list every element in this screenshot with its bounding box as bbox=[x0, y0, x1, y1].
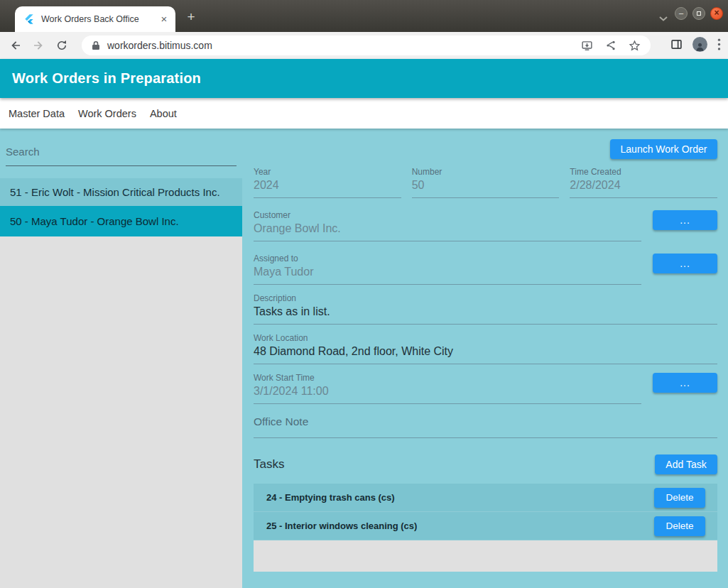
flutter-favicon-icon bbox=[23, 13, 35, 25]
add-task-button[interactable]: Add Task bbox=[655, 454, 717, 474]
chevron-down-icon[interactable] bbox=[658, 11, 668, 24]
office-note-field[interactable]: Office Note bbox=[254, 415, 717, 438]
time-created-value: 2/28/2024 bbox=[570, 179, 717, 197]
tab-close-icon[interactable]: × bbox=[158, 13, 170, 25]
office-note-placeholder: Office Note bbox=[254, 415, 717, 437]
work-order-list-item[interactable]: 51 - Eric Wolt - Mission Critical Produc… bbox=[0, 178, 242, 206]
time-created-label: Time Created bbox=[570, 167, 717, 177]
task-label: 25 - Interior windows cleaning (cs) bbox=[266, 521, 417, 531]
delete-task-button[interactable]: Delete bbox=[654, 488, 705, 508]
delete-task-button[interactable]: Delete bbox=[654, 516, 705, 536]
customer-value: Orange Bowl Inc. bbox=[254, 222, 641, 241]
list-empty-area bbox=[0, 236, 242, 588]
customer-picker-button[interactable]: ... bbox=[653, 210, 717, 230]
menu-item-master-data[interactable]: Master Data bbox=[9, 108, 65, 119]
share-icon[interactable] bbox=[605, 40, 616, 51]
work-location-field[interactable]: Work Location 48 Diamond Road, 2nd floor… bbox=[254, 333, 717, 364]
work-order-list-item-selected[interactable]: 50 - Maya Tudor - Orange Bowl Inc. bbox=[0, 206, 242, 236]
assigned-to-picker-button[interactable]: ... bbox=[653, 254, 717, 273]
url-text[interactable]: workorders.bitimus.com bbox=[107, 40, 574, 51]
work-order-list-panel: Search 51 - Eric Wolt - Mission Critical… bbox=[0, 129, 242, 588]
time-created-field: Time Created 2/28/2024 bbox=[570, 167, 717, 198]
search-field[interactable]: Search bbox=[0, 129, 242, 178]
task-row: 24 - Emptying trash cans (cs) Delete bbox=[254, 484, 717, 512]
profile-avatar[interactable] bbox=[692, 37, 707, 52]
customer-field: Customer Orange Bowl Inc. bbox=[254, 210, 641, 241]
reload-icon[interactable] bbox=[53, 37, 70, 54]
work-location-label: Work Location bbox=[254, 333, 717, 343]
search-placeholder: Search bbox=[6, 146, 237, 158]
browser-toolbar: workorders.bitimus.com bbox=[0, 32, 728, 59]
page-title: Work Orders in Preparation bbox=[12, 70, 201, 87]
number-label: Number bbox=[412, 167, 560, 177]
work-order-form: Launch Work Order Year 2024 Number 50 Ti… bbox=[242, 129, 728, 588]
work-start-time-value: 3/1/2024 11:00 bbox=[254, 385, 641, 403]
search-underline bbox=[6, 165, 237, 166]
work-start-time-picker-button[interactable]: ... bbox=[653, 373, 717, 393]
app-menubar: Master Data Work Orders About bbox=[0, 98, 728, 129]
year-value: 2024 bbox=[254, 179, 401, 197]
menu-item-work-orders[interactable]: Work Orders bbox=[78, 108, 136, 119]
number-field: Number 50 bbox=[412, 167, 560, 198]
new-tab-button[interactable]: + bbox=[183, 9, 200, 26]
menu-item-about[interactable]: About bbox=[150, 108, 177, 119]
tab-title: Work Orders Back Office bbox=[41, 14, 152, 24]
assigned-to-field: Assigned to Maya Tudor bbox=[254, 254, 641, 285]
install-app-icon[interactable] bbox=[581, 40, 593, 52]
browser-titlebar: Work Orders Back Office × + – × bbox=[0, 0, 728, 32]
description-label: Description bbox=[254, 293, 717, 303]
side-panel-icon[interactable] bbox=[670, 38, 683, 50]
task-row: 25 - Interior windows cleaning (cs) Dele… bbox=[254, 512, 717, 540]
back-icon[interactable] bbox=[7, 37, 24, 54]
bookmark-star-icon[interactable] bbox=[629, 40, 641, 52]
window-minimize-button[interactable]: – bbox=[675, 7, 688, 20]
number-value: 50 bbox=[412, 179, 560, 197]
description-field[interactable]: Description Tasks as in list. bbox=[254, 293, 717, 325]
browser-tab[interactable]: Work Orders Back Office × bbox=[15, 6, 175, 32]
task-list: 24 - Emptying trash cans (cs) Delete 25 … bbox=[254, 484, 717, 572]
year-label: Year bbox=[254, 167, 401, 177]
customer-label: Customer bbox=[254, 210, 641, 220]
forward-icon[interactable] bbox=[30, 37, 47, 54]
page-content: Search 51 - Eric Wolt - Mission Critical… bbox=[0, 129, 728, 588]
lock-icon bbox=[92, 40, 100, 50]
tasks-heading: Tasks bbox=[254, 457, 284, 472]
window-close-button[interactable]: × bbox=[710, 7, 723, 20]
work-location-value[interactable]: 48 Diamond Road, 2nd floor, White City bbox=[254, 345, 717, 364]
work-start-time-field: Work Start Time 3/1/2024 11:00 bbox=[254, 373, 641, 404]
task-label: 24 - Emptying trash cans (cs) bbox=[266, 492, 395, 503]
work-start-time-label: Work Start Time bbox=[254, 373, 641, 383]
window-maximize-button[interactable] bbox=[692, 7, 705, 20]
browser-menu-icon[interactable] bbox=[717, 38, 721, 50]
launch-work-order-button[interactable]: Launch Work Order bbox=[610, 139, 717, 159]
browser-window: Work Orders Back Office × + – × workorde… bbox=[0, 0, 728, 588]
assigned-to-label: Assigned to bbox=[254, 254, 641, 263]
address-bar[interactable]: workorders.bitimus.com bbox=[82, 36, 651, 55]
description-value[interactable]: Tasks as in list. bbox=[254, 305, 717, 324]
assigned-to-value: Maya Tudor bbox=[254, 266, 641, 284]
year-field: Year 2024 bbox=[254, 167, 401, 198]
app-header: Work Orders in Preparation bbox=[0, 59, 728, 98]
